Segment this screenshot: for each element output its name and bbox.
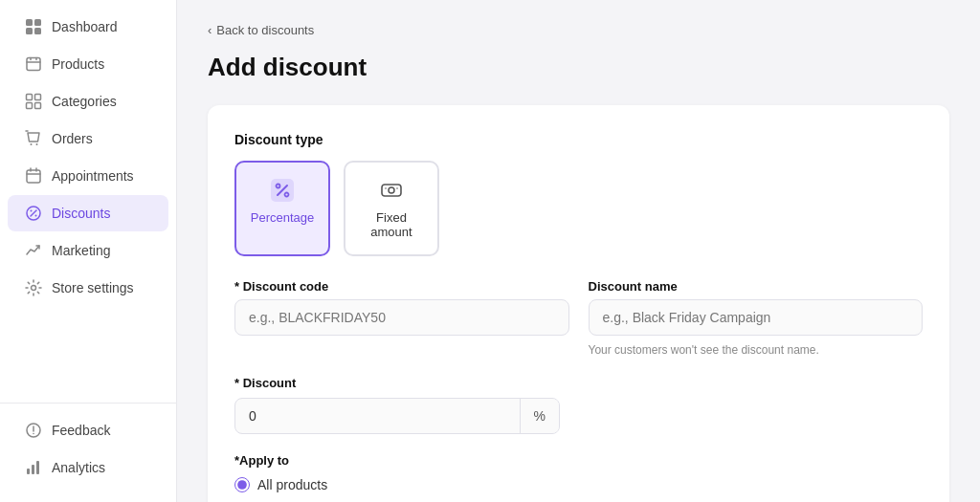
- sidebar-item-label: Appointments: [52, 168, 134, 184]
- svg-point-12: [31, 210, 33, 212]
- svg-point-14: [32, 286, 36, 291]
- sidebar-item-label: Store settings: [52, 280, 134, 295]
- back-to-discounts-link[interactable]: ‹ Back to discounts: [208, 23, 949, 37]
- products-icon: [25, 55, 42, 73]
- svg-rect-5: [35, 95, 41, 100]
- apply-to-section: *Apply to All products Specific categori…: [234, 453, 923, 502]
- sidebar-item-marketing[interactable]: Marketing: [8, 232, 168, 269]
- percentage-type-button[interactable]: Percentage: [234, 161, 330, 256]
- svg-rect-17: [27, 469, 30, 474]
- sidebar-item-label: Categories: [52, 94, 117, 109]
- svg-rect-18: [32, 465, 34, 474]
- categories-icon: [25, 93, 42, 110]
- sidebar-item-feedback[interactable]: Feedback: [8, 412, 168, 448]
- svg-point-16: [33, 433, 34, 435]
- discount-value-section: * Discount %: [234, 376, 923, 434]
- svg-rect-10: [27, 170, 40, 183]
- marketing-icon: [25, 242, 42, 259]
- percentage-icon: [270, 178, 295, 203]
- sidebar-bottom: Feedback Analytics: [0, 403, 176, 502]
- discount-type-row: Percentage Fixed amount: [234, 161, 923, 256]
- discount-code-input[interactable]: [234, 299, 569, 336]
- sidebar-item-analytics[interactable]: Analytics: [8, 449, 168, 486]
- add-discount-card: Discount type Percentage: [208, 105, 949, 502]
- sidebar-item-label: Discounts: [52, 206, 110, 221]
- sidebar: Dashboard Products Categories: [0, 0, 177, 502]
- discount-name-group: Discount name Your customers won't see t…: [589, 279, 924, 357]
- discount-value-label: * Discount: [234, 376, 923, 390]
- fixed-amount-icon: [379, 178, 404, 203]
- discount-type-label: Discount type: [234, 132, 923, 147]
- discount-suffix: %: [520, 399, 559, 433]
- discounts-icon: [25, 205, 42, 222]
- svg-rect-1: [34, 19, 41, 26]
- discount-name-label: Discount name: [589, 279, 924, 294]
- sidebar-item-categories[interactable]: Categories: [8, 83, 168, 120]
- discount-code-group: * Discount code: [234, 279, 569, 357]
- sidebar-item-discounts[interactable]: Discounts: [8, 195, 168, 231]
- all-products-option[interactable]: All products: [234, 477, 923, 492]
- store-settings-icon: [25, 279, 42, 296]
- dashboard-icon: [25, 18, 42, 35]
- feedback-icon: [25, 422, 42, 439]
- analytics-icon: [25, 459, 42, 476]
- sidebar-item-store-settings[interactable]: Store settings: [8, 270, 168, 306]
- svg-rect-7: [35, 103, 41, 109]
- sidebar-item-label: Dashboard: [52, 19, 118, 34]
- svg-rect-23: [382, 185, 401, 196]
- page-title: Add discount: [208, 53, 949, 82]
- all-products-label: All products: [257, 477, 327, 492]
- discount-code-label: * Discount code: [234, 279, 569, 294]
- sidebar-item-appointments[interactable]: Appointments: [8, 158, 168, 194]
- svg-rect-0: [26, 19, 33, 26]
- discount-name-input[interactable]: [589, 299, 924, 336]
- sidebar-nav: Dashboard Products Categories: [0, 0, 176, 403]
- sidebar-item-label: Products: [52, 56, 104, 72]
- sidebar-item-dashboard[interactable]: Dashboard: [8, 9, 168, 45]
- all-products-radio[interactable]: [234, 477, 250, 492]
- svg-rect-6: [27, 103, 33, 109]
- sidebar-item-orders[interactable]: Orders: [8, 120, 168, 157]
- apply-to-label: *Apply to: [234, 453, 923, 468]
- back-link-label: Back to discounts: [216, 23, 314, 37]
- orders-icon: [25, 130, 42, 147]
- appointments-icon: [25, 167, 42, 185]
- svg-rect-19: [36, 461, 39, 474]
- fixed-amount-label: Fixed amount: [368, 210, 414, 239]
- sidebar-item-label: Analytics: [52, 460, 105, 475]
- svg-point-9: [36, 143, 38, 145]
- svg-rect-2: [26, 28, 33, 34]
- svg-point-13: [35, 215, 37, 217]
- discount-value-input[interactable]: [235, 399, 520, 433]
- svg-rect-4: [27, 95, 33, 100]
- svg-rect-3: [34, 28, 41, 34]
- fixed-amount-type-button[interactable]: Fixed amount: [344, 161, 439, 256]
- discount-value-wrap: %: [234, 398, 560, 434]
- discount-name-hint: Your customers won't see the discount na…: [589, 343, 924, 357]
- sidebar-item-label: Marketing: [52, 243, 110, 258]
- main-content: ‹ Back to discounts Add discount Discoun…: [177, 0, 980, 502]
- sidebar-item-label: Orders: [52, 131, 93, 146]
- sidebar-item-products[interactable]: Products: [8, 46, 168, 82]
- apply-to-radio-group: All products Specific categories: [234, 477, 923, 502]
- chevron-left-icon: ‹: [208, 23, 212, 37]
- sidebar-item-label: Feedback: [52, 423, 110, 438]
- code-name-row: * Discount code Discount name Your custo…: [234, 279, 923, 357]
- percentage-label: Percentage: [251, 210, 315, 225]
- svg-point-8: [31, 143, 33, 145]
- svg-point-24: [389, 187, 394, 193]
